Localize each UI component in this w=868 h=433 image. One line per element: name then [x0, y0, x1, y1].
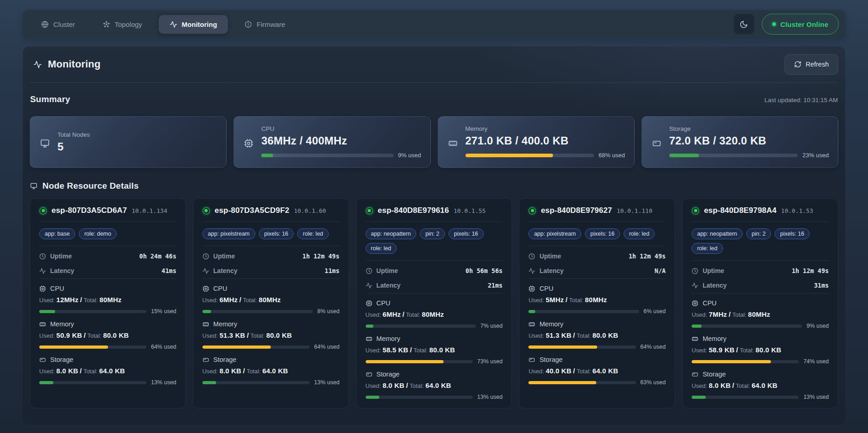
theme-toggle-button[interactable]	[734, 14, 754, 35]
progress-track	[202, 310, 313, 313]
uptime-label: Uptime	[50, 253, 72, 260]
node-tag: app: neopattern	[692, 228, 743, 239]
node-tags: app: baserole: demo	[39, 228, 176, 239]
divider	[692, 260, 829, 261]
percent-used-label: 13% used	[151, 379, 176, 386]
progress-fill	[39, 310, 55, 313]
tab-label: Firmware	[257, 21, 285, 28]
summary-card-memory: Memory 271.0 KB / 400.0 KB 68% used	[438, 116, 635, 168]
progress-track	[202, 381, 310, 384]
progress-fill	[202, 345, 271, 349]
divider	[202, 246, 340, 246]
progress-track	[692, 396, 799, 399]
latency-value: N/A	[655, 267, 666, 274]
divider	[366, 260, 503, 261]
storage-icon	[692, 371, 698, 378]
node-tag: pixels: 16	[585, 228, 620, 239]
card-value: 36MHz / 400MHz	[261, 134, 421, 147]
progress-fill	[366, 396, 380, 399]
online-dot-icon	[772, 22, 776, 26]
resource-label: Storage	[213, 356, 237, 363]
resource-label: Storage	[377, 371, 400, 378]
progress-fill	[39, 345, 108, 349]
tab-cluster[interactable]: Cluster	[30, 15, 86, 34]
node-details-heading: Node Resource Details	[42, 181, 139, 191]
uptime-value: 1h 12m 49s	[792, 267, 829, 274]
latency-value: 41ms	[161, 267, 176, 274]
percent-used-label: 64% used	[314, 344, 340, 350]
tab-firmware[interactable]: Firmware	[233, 15, 296, 34]
percent-used-label: 64% used	[151, 344, 176, 350]
card-label: Memory	[465, 125, 625, 132]
activity-icon	[170, 21, 177, 28]
clock-icon	[692, 268, 698, 274]
percent-used-label: 73% used	[477, 358, 503, 365]
node-card: esp-840D8E979627 10.0.1.110 app: pixelst…	[519, 198, 675, 408]
node-tag: role: led	[297, 228, 328, 239]
progress-fill	[366, 325, 373, 328]
storage-icon	[528, 356, 535, 363]
node-tag: pixels: 16	[449, 228, 484, 239]
latency-label: Latency	[539, 267, 563, 274]
node-tag: app: neopattern	[366, 228, 417, 239]
topology-icon	[103, 21, 110, 28]
memory-icon	[692, 335, 698, 342]
uptime-value: 0h 24m 46s	[140, 253, 176, 260]
storage-icon	[366, 371, 372, 378]
progress-track	[528, 381, 636, 384]
progress-track	[39, 381, 146, 384]
progress-track	[528, 310, 639, 313]
activity-icon	[33, 60, 42, 69]
monitor-icon	[40, 139, 50, 148]
card-label: Storage	[669, 125, 829, 132]
moon-icon	[739, 20, 748, 29]
divider	[39, 246, 176, 246]
node-tag: pixels: 16	[259, 228, 294, 239]
main-panel: Monitoring Refresh Summary Last updated:…	[23, 46, 845, 425]
uptime-label: Uptime	[539, 253, 561, 260]
memory-icon	[202, 321, 209, 328]
clock-icon	[366, 268, 372, 274]
summary-card-cpu: CPU 36MHz / 400MHz 9% used	[233, 116, 430, 168]
node-status-dot	[202, 207, 210, 215]
tab-label: Cluster	[53, 21, 75, 28]
resource-label: CPU	[703, 299, 717, 307]
refresh-icon	[794, 61, 801, 68]
percent-used-label: 13% used	[803, 394, 829, 400]
progress-track	[39, 310, 146, 313]
percent-used-label: 9% used	[806, 323, 829, 329]
memory-icon	[39, 321, 46, 328]
node-status-dot	[39, 207, 47, 215]
card-value: 271.0 KB / 400.0 KB	[465, 134, 625, 147]
progress-fill	[528, 345, 597, 349]
tab-monitoring[interactable]: Monitoring	[159, 15, 228, 34]
latency-value: 21ms	[488, 282, 503, 289]
refresh-button[interactable]: Refresh	[785, 54, 838, 75]
uptime-value: 1h 12m 49s	[629, 253, 666, 260]
resource-label: CPU	[377, 299, 391, 307]
progress-fill	[669, 154, 699, 157]
progress-track	[366, 325, 476, 328]
node-name: esp-807D3A5CD6A7	[52, 206, 127, 215]
percent-used-label: 74% used	[803, 358, 829, 365]
node-ip: 10.0.1.134	[132, 207, 167, 214]
progress-fill	[692, 396, 706, 399]
panel-header: Monitoring Refresh	[30, 54, 838, 75]
node-card: esp-807D3A5CD6A7 10.0.1.134 app: baserol…	[30, 198, 186, 408]
storage-icon	[652, 139, 661, 148]
percent-used-label: 23% used	[802, 152, 829, 159]
node-card: esp-840D8E9798A4 10.0.1.53 app: neopatte…	[682, 198, 838, 408]
node-tag: app: pixelstream	[202, 228, 255, 239]
tab-topology[interactable]: Topology	[92, 15, 153, 34]
percent-used-label: 64% used	[641, 344, 666, 350]
resource-label: CPU	[213, 285, 227, 292]
resource-label: Memory	[213, 320, 237, 328]
cluster-status-label: Cluster Online	[780, 21, 828, 28]
progress-fill	[692, 325, 702, 328]
uptime-label: Uptime	[377, 267, 398, 274]
divider	[692, 222, 829, 222]
divider	[528, 222, 666, 222]
node-tags: app: pixelstreampixels: 16role: led	[202, 228, 340, 239]
divider	[39, 222, 176, 222]
summary-cards: Total Nodes 5 CPU 36MHz / 400MHz 9% used…	[30, 116, 838, 168]
